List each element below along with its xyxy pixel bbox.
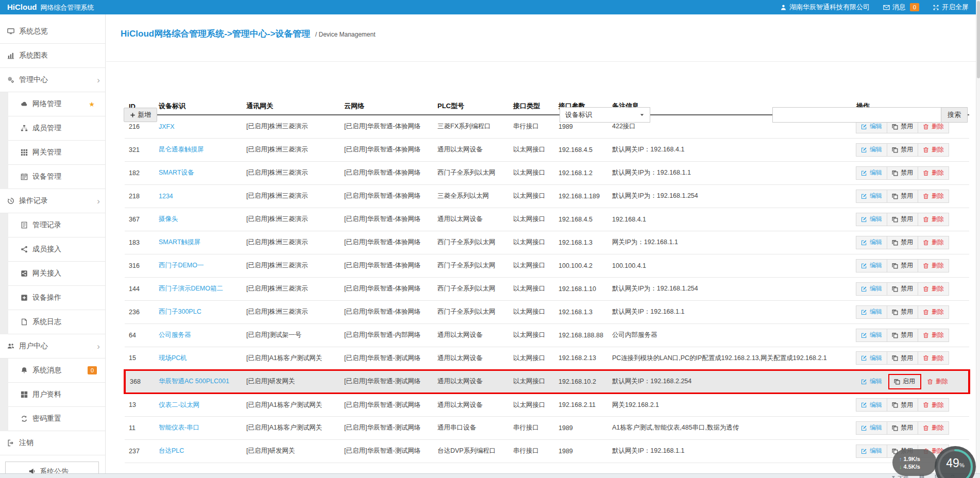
edit-button[interactable]: 编辑 [856, 282, 887, 296]
device-name-link[interactable]: SMART设备 [159, 169, 194, 176]
disable-button[interactable]: 禁用 [887, 398, 918, 412]
sidebar-item-device-mgmt[interactable]: 设备管理 [8, 165, 105, 189]
device-name-link[interactable]: 现场PC机 [159, 354, 187, 362]
device-name-link[interactable]: JXFX [159, 123, 175, 130]
sidebar-item-member-mgmt[interactable]: 成员管理 [8, 116, 105, 141]
device-name-link[interactable]: 华辰智通AC 500PLC001 [159, 378, 229, 385]
edit-button[interactable]: 编辑 [856, 259, 887, 272]
disable-button[interactable]: 禁用 [887, 259, 918, 272]
edit-button[interactable]: 编辑 [856, 213, 887, 226]
device-name-link[interactable]: 摄像头 [159, 215, 178, 223]
messages-count-badge: 0 [910, 3, 919, 11]
chart-icon [7, 52, 14, 59]
trash-icon [923, 425, 929, 431]
sidebar-item-gateway-access[interactable]: 网关接入 [8, 262, 105, 286]
delete-button[interactable]: 删除 [918, 166, 949, 180]
sidebar-item-user-profile[interactable]: 用户资料 [8, 383, 105, 407]
sidebar-item-password-reset[interactable]: 密码重置 [8, 407, 105, 431]
disable-button[interactable]: 禁用 [887, 282, 918, 296]
app-logo[interactable]: HiCloud 网络综合管理系统 [7, 3, 94, 12]
disable-button[interactable]: 禁用 [887, 305, 918, 319]
delete-button[interactable]: 删除 [922, 375, 953, 388]
delete-button[interactable]: 删除 [918, 351, 949, 365]
device-name-link[interactable]: 1234 [159, 193, 173, 200]
edit-button[interactable]: 编辑 [856, 375, 887, 388]
disable-button[interactable]: 禁用 [887, 445, 918, 458]
device-name-link[interactable]: 台达PLC [159, 447, 184, 454]
action-button-group: 编辑禁用删除 [856, 259, 949, 272]
cell-device: 1234 [155, 184, 242, 208]
sidebar-item-system-messages[interactable]: 系统消息0 [8, 358, 105, 383]
cell-gateway: [已启用]株洲三菱演示 [242, 138, 340, 161]
disable-button[interactable]: 禁用 [887, 190, 918, 203]
cell-note: 默认网关IP为：192.168.1.254 [608, 277, 852, 300]
delete-button[interactable]: 删除 [918, 259, 949, 272]
cell-gateway: [已启用]株洲三菱演示 [242, 161, 340, 184]
cell-actions: 编辑禁用删除 [852, 254, 969, 277]
sidebar-item-device-ops[interactable]: 设备操作 [8, 286, 105, 310]
disable-button[interactable]: 禁用 [887, 166, 918, 180]
messages-menu[interactable]: 消息 0 [883, 3, 919, 12]
device-name-link[interactable]: 公司服务器 [159, 331, 191, 338]
edit-button[interactable]: 编辑 [856, 143, 887, 157]
sidebar-item-member-access[interactable]: 成员接入 [8, 237, 105, 262]
edit-button[interactable]: 编辑 [856, 190, 887, 203]
device-name-link[interactable]: 智能仪表-串口 [159, 424, 199, 431]
delete-button[interactable]: 删除 [918, 329, 949, 342]
delete-button[interactable]: 删除 [918, 421, 949, 435]
edit-button[interactable]: 编辑 [856, 421, 887, 435]
enable-button[interactable]: 启用 [889, 375, 920, 388]
cell-gateway: [已启用]株洲三菱演示 [242, 300, 340, 323]
disable-button[interactable]: 禁用 [887, 143, 918, 157]
cell-device: 昆仑通泰触摸屏 [155, 138, 242, 161]
fullscreen-toggle[interactable]: 开启全屏 [933, 3, 969, 12]
sidebar-item-system-logs[interactable]: 系统日志 [8, 310, 105, 334]
device-name-link[interactable]: 西门子演示DEMO箱二 [159, 285, 223, 292]
edit-button[interactable]: 编辑 [856, 445, 887, 458]
edit-button[interactable]: 编辑 [856, 305, 887, 319]
edit-button[interactable]: 编辑 [856, 329, 887, 342]
delete-button[interactable]: 删除 [918, 398, 949, 412]
delete-button[interactable]: 删除 [918, 236, 949, 249]
sidebar-item-label: 系统图表 [19, 51, 48, 60]
device-name-link[interactable]: 西门子300PLC [159, 308, 201, 315]
table-row: 321昆仑通泰触摸屏[已启用]株洲三菱演示[已启用]华辰智通-体验网络通用以太网… [125, 138, 969, 161]
scrollbar-thumb[interactable] [977, 1, 980, 78]
disable-button[interactable]: 禁用 [887, 236, 918, 249]
device-name-link[interactable]: 西门子DEMO一 [159, 262, 204, 269]
download-manager-item[interactable]: 下载 [891, 474, 909, 478]
sidebar-item-op-records[interactable]: 操作记录› [0, 189, 105, 213]
edit-button[interactable]: 编辑 [856, 398, 887, 412]
device-name-link[interactable]: 昆仑通泰触摸屏 [159, 146, 204, 153]
delete-button[interactable]: 删除 [918, 305, 949, 319]
delete-button[interactable]: 删除 [918, 190, 949, 203]
disable-button[interactable]: 禁用 [887, 329, 918, 342]
edit-button[interactable]: 编辑 [856, 351, 887, 365]
sidebar-item-gateway-mgmt[interactable]: 网关管理 [8, 141, 105, 165]
sidebar-item-admin-records[interactable]: 管理记录 [8, 213, 105, 237]
delete-button[interactable]: 删除 [918, 213, 949, 226]
sidebar-item-logout[interactable]: 注销 [0, 431, 105, 455]
vertical-scrollbar[interactable] [976, 0, 980, 473]
disable-button[interactable]: 禁用 [887, 351, 918, 365]
search-input[interactable] [772, 107, 941, 123]
sidebar-item-network-mgmt[interactable]: 网络管理★ [8, 92, 105, 116]
sidebar-item-user-center[interactable]: 用户中心› [0, 334, 105, 358]
progress-circle-widget[interactable]: 49 % [935, 446, 976, 478]
edit-button[interactable]: 编辑 [856, 166, 887, 180]
add-device-button[interactable]: 新增 [124, 108, 157, 122]
disable-button[interactable]: 禁用 [887, 213, 918, 226]
device-name-link[interactable]: SMART触摸屏 [159, 238, 200, 246]
sidebar-item-system-overview[interactable]: 系统总览 [0, 20, 105, 44]
device-name-link[interactable]: 仪表二-以太网 [159, 401, 199, 408]
company-menu[interactable]: 湖南华辰智通科技有限公司 [780, 3, 870, 12]
edit-button[interactable]: 编辑 [856, 236, 887, 249]
grid-tool-icon[interactable] [919, 474, 924, 478]
delete-button[interactable]: 删除 [918, 143, 949, 157]
sidebar-item-admin-center[interactable]: 管理中心› [0, 68, 105, 92]
sidebar-item-system-charts[interactable]: 系统图表 [0, 44, 105, 68]
disable-button[interactable]: 禁用 [887, 421, 918, 435]
search-button[interactable]: 搜索 [941, 107, 968, 123]
device-filter-select[interactable]: 设备标识 [560, 107, 650, 123]
delete-button[interactable]: 删除 [918, 282, 949, 296]
